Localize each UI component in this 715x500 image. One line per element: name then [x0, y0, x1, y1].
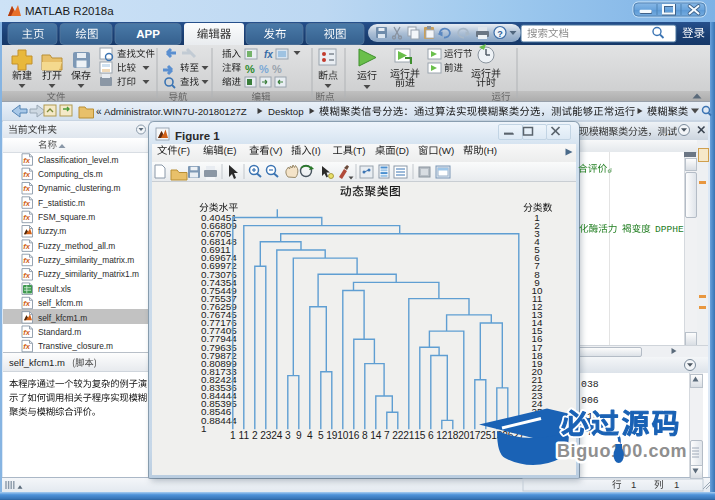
svg-text:fx: fx — [23, 328, 30, 337]
svg-text:1: 1 — [674, 479, 679, 490]
svg-text:...: ... — [665, 126, 673, 137]
svg-text:Dynamic_clustering.m: Dynamic_clustering.m — [38, 183, 120, 193]
svg-text:22: 22 — [392, 430, 404, 441]
svg-text:%: % — [259, 63, 269, 75]
svg-text:23: 23 — [260, 430, 272, 441]
svg-text:9: 9 — [296, 430, 302, 441]
svg-text:Desktop: Desktop — [268, 106, 304, 117]
svg-text:result.xls: result.xls — [38, 284, 71, 294]
svg-text:fx: fx — [23, 170, 30, 179]
svg-text:fx: fx — [23, 184, 30, 193]
svg-text:fx: fx — [23, 242, 30, 251]
svg-text:F_statistic.m: F_statistic.m — [38, 198, 85, 208]
svg-text:8: 8 — [362, 430, 368, 441]
svg-text:25: 25 — [480, 430, 492, 441]
svg-text:12: 12 — [436, 430, 448, 441]
svg-text:Classification_level.m: Classification_level.m — [38, 155, 119, 165]
svg-text:Computing_cls.m: Computing_cls.m — [38, 169, 103, 179]
svg-text:5: 5 — [318, 430, 324, 441]
svg-text:(V): (V) — [270, 145, 283, 156]
svg-text:fuzzy.m: fuzzy.m — [38, 226, 66, 236]
svg-text:15: 15 — [414, 430, 426, 441]
svg-text:(H): (H) — [484, 145, 498, 156]
svg-text:1: 1 — [631, 479, 636, 490]
svg-text:16: 16 — [348, 430, 360, 441]
svg-text:self_kfcm.m: self_kfcm.m — [38, 298, 83, 308]
svg-text:10: 10 — [337, 430, 349, 441]
svg-text:Administrator.WIN7U-20180127Z: Administrator.WIN7U-20180127Z — [104, 106, 247, 117]
svg-text:fx: fx — [23, 213, 30, 222]
svg-text:24: 24 — [271, 430, 283, 441]
svg-text:3: 3 — [285, 430, 291, 441]
svg-text:fx: fx — [23, 156, 30, 165]
svg-text:MATLAB R2018a: MATLAB R2018a — [25, 5, 114, 17]
svg-text:FSM_square.m: FSM_square.m — [38, 212, 95, 222]
svg-text:21: 21 — [403, 430, 415, 441]
svg-text:(E): (E) — [224, 145, 237, 156]
svg-text:(F): (F) — [178, 145, 191, 156]
svg-text:6: 6 — [428, 430, 434, 441]
svg-text:Fuzzy_similarity_matrix.m: Fuzzy_similarity_matrix.m — [38, 255, 134, 265]
svg-text:fx: fx — [23, 299, 30, 308]
svg-text:(D): (D) — [396, 145, 410, 156]
svg-text:(I): (I) — [312, 145, 321, 156]
svg-text:fx: fx — [23, 256, 30, 265]
svg-text:fx: fx — [23, 342, 30, 351]
svg-text:self_kfcm1.m: self_kfcm1.m — [38, 313, 87, 323]
svg-text:Fuzzy_similarity_matrix1.m: Fuzzy_similarity_matrix1.m — [38, 269, 139, 279]
svg-text:%: % — [272, 63, 282, 75]
svg-text:7: 7 — [384, 430, 390, 441]
svg-text:DPPHE: DPPHE — [655, 224, 684, 235]
svg-text:fx: fx — [264, 49, 273, 60]
svg-text:APP: APP — [136, 28, 160, 40]
svg-text:«: « — [96, 106, 102, 117]
svg-text:038: 038 — [581, 379, 599, 390]
svg-text:906: 906 — [581, 395, 599, 406]
svg-text:fx: fx — [23, 199, 30, 208]
svg-text:self_kfcm1.m: self_kfcm1.m — [9, 357, 65, 368]
svg-text:Standard.m: Standard.m — [38, 327, 81, 337]
svg-text:(T): (T) — [353, 145, 366, 156]
svg-text:19: 19 — [326, 430, 338, 441]
svg-text:(W): (W) — [439, 145, 455, 156]
svg-text:20: 20 — [458, 430, 470, 441]
svg-text:11: 11 — [239, 430, 250, 441]
svg-text:Figure 1: Figure 1 — [175, 130, 220, 142]
svg-text:Fuzzy_method_all.m: Fuzzy_method_all.m — [38, 241, 115, 251]
svg-text:2: 2 — [252, 430, 258, 441]
svg-text:1: 1 — [230, 430, 236, 441]
svg-text:%: % — [245, 63, 255, 75]
svg-text:14: 14 — [370, 430, 382, 441]
svg-text:17: 17 — [469, 430, 481, 441]
svg-text:4: 4 — [307, 430, 313, 441]
svg-text:Transtive_closure.m: Transtive_closure.m — [38, 341, 113, 351]
svg-text:1: 1 — [201, 423, 207, 434]
svg-text:?: ? — [497, 29, 503, 39]
svg-text:fx: fx — [23, 271, 30, 280]
svg-text:18: 18 — [447, 430, 459, 441]
